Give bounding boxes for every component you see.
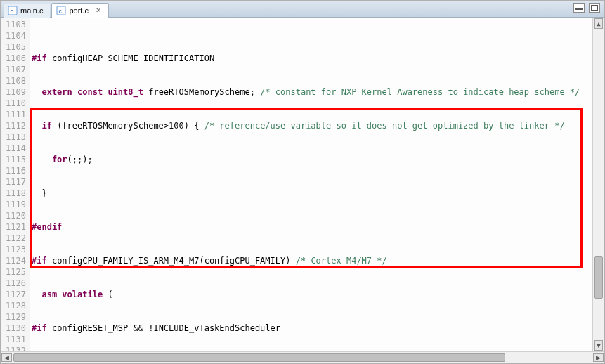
tab-main-c[interactable]: c main.c xyxy=(4,4,50,18)
vertical-scrollbar[interactable]: ▲ ▼ xyxy=(592,18,604,351)
svg-text:c: c xyxy=(59,8,63,15)
scroll-left-icon[interactable]: ◀ xyxy=(1,353,12,362)
tab-label: port.c xyxy=(69,6,89,15)
svg-rect-5 xyxy=(592,6,598,11)
horizontal-scroll-thumb[interactable] xyxy=(13,353,505,362)
tab-port-c[interactable]: c port.c ✕ xyxy=(51,3,109,18)
scroll-up-icon[interactable]: ▲ xyxy=(594,18,603,29)
vertical-scroll-thumb[interactable] xyxy=(594,256,603,299)
code-content[interactable]: #if configHEAP_SCHEME_IDENTIFICATION ext… xyxy=(30,18,592,351)
line-number-gutter: 1103 1104 1105 1106 1107 1108 1109 1110 … xyxy=(1,18,30,351)
svg-text:c: c xyxy=(11,8,14,15)
tab-label: main.c xyxy=(20,6,43,15)
horizontal-scrollbar[interactable]: ◀ ▶ xyxy=(1,351,604,363)
maximize-view-button[interactable] xyxy=(589,3,600,13)
c-file-icon: c xyxy=(56,6,66,15)
svg-rect-4 xyxy=(575,8,583,10)
minimize-view-button[interactable] xyxy=(573,3,585,13)
editor-tabbar: c main.c c port.c ✕ xyxy=(1,1,604,18)
code-editor[interactable]: 1103 1104 1105 1106 1107 1108 1109 1110 … xyxy=(1,18,604,351)
c-file-icon: c xyxy=(8,6,18,15)
scroll-right-icon[interactable]: ▶ xyxy=(593,353,604,362)
scroll-down-icon[interactable]: ▼ xyxy=(594,340,603,351)
close-icon[interactable]: ✕ xyxy=(96,6,101,14)
